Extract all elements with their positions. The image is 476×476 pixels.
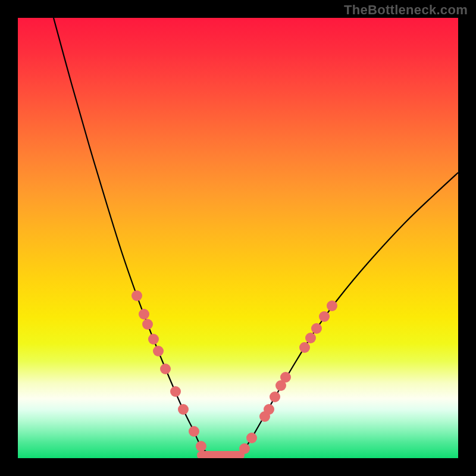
dot xyxy=(139,309,149,320)
dot xyxy=(131,290,142,301)
dot xyxy=(319,311,330,322)
dot xyxy=(142,319,153,330)
dot xyxy=(160,364,171,374)
series-right-branch xyxy=(238,173,458,457)
dot xyxy=(246,433,257,443)
dot xyxy=(311,323,322,334)
dot xyxy=(239,443,250,454)
dot xyxy=(153,346,164,356)
curve-layer xyxy=(18,18,458,458)
series-left-branch xyxy=(54,18,211,457)
dot xyxy=(178,404,189,415)
chart-series xyxy=(54,18,458,457)
dot xyxy=(280,372,291,383)
dot xyxy=(148,334,159,345)
chart-frame: TheBottleneck.com xyxy=(0,0,476,476)
dot xyxy=(270,392,280,402)
plot-area xyxy=(18,18,458,458)
dot xyxy=(264,404,274,415)
dot xyxy=(327,300,337,311)
dot xyxy=(170,386,181,397)
dot xyxy=(196,441,206,452)
dot xyxy=(189,426,199,437)
dot xyxy=(299,342,310,353)
watermark-text: TheBottleneck.com xyxy=(344,2,468,18)
dot xyxy=(305,333,316,343)
